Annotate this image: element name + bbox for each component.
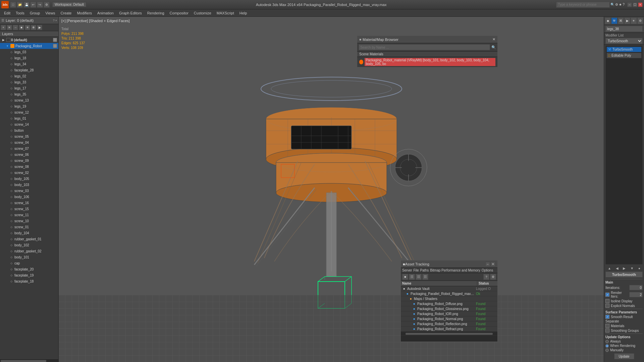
- layer-item[interactable]: ◇screw_07: [0, 145, 58, 152]
- mat-item[interactable]: Packaging_Robot_material (VRayMtl) [body…: [357, 57, 497, 67]
- object-name-input[interactable]: [605, 26, 643, 32]
- at-row[interactable]: ■ Packaging_Robot_Reflection.png Found: [401, 321, 497, 326]
- ts-render-iters-input[interactable]: [629, 292, 643, 297]
- layer-item[interactable]: ◇screw_15: [0, 206, 58, 212]
- ts-iterations-input[interactable]: [629, 285, 643, 290]
- display-tab[interactable]: ☀: [631, 17, 637, 24]
- modifier-dropdown[interactable]: TurboSmooth Editable Poly: [605, 38, 643, 44]
- layer-item[interactable]: ◇legs_01: [0, 115, 58, 121]
- ts-materials-checkbox[interactable]: [605, 324, 609, 328]
- layer-check[interactable]: [53, 44, 57, 48]
- ts-render-iters-checkbox[interactable]: [605, 293, 609, 297]
- mat-browser-close[interactable]: ✕: [492, 37, 495, 42]
- layer-item[interactable]: ▼ Packaging_Robot: [0, 43, 58, 49]
- at-row[interactable]: ■ Packaging_Robot_Refract.png Found: [401, 326, 497, 331]
- layer-item[interactable]: ◇button: [0, 127, 58, 133]
- at-menu-paths[interactable]: Paths: [420, 268, 429, 272]
- ts-nav-left[interactable]: ◀: [616, 266, 619, 270]
- at-toolbar-4[interactable]: ☷: [422, 274, 428, 280]
- asset-tracking-minimize[interactable]: –: [485, 262, 490, 266]
- layer-item[interactable]: ◇screw_06: [0, 152, 58, 158]
- layer-item[interactable]: ◇screw_11: [0, 212, 58, 218]
- ts-isoline-checkbox[interactable]: [605, 299, 609, 303]
- layer-item[interactable]: ◇screw_09: [0, 158, 58, 164]
- layer-scrollbar[interactable]: [0, 359, 58, 362]
- modifier-editable-poly[interactable]: □ Editable Poly: [606, 53, 642, 58]
- toolbar-settings[interactable]: ⚙: [44, 2, 50, 8]
- search-settings-icon[interactable]: ⚙: [615, 3, 618, 6]
- at-menu-file[interactable]: File: [413, 268, 419, 272]
- at-toolbar-3[interactable]: ☷: [416, 274, 422, 280]
- close-button[interactable]: ✕: [638, 2, 643, 7]
- layer-toolbar-add[interactable]: →: [13, 25, 18, 30]
- layer-item[interactable]: ◇body_101: [0, 254, 58, 260]
- scroll-thumb[interactable]: [1, 360, 46, 362]
- mat-search-icon[interactable]: 🔍: [491, 45, 496, 50]
- layer-toolbar-create[interactable]: +: [1, 25, 6, 30]
- layer-help-button[interactable]: ?: [53, 19, 55, 22]
- at-row[interactable]: ■ Autodesk Vault Logged O: [401, 286, 497, 291]
- menu-customize[interactable]: Customize: [191, 9, 214, 16]
- at-row[interactable]: ■ Packaging_Robot_IOR.png Found: [401, 311, 497, 316]
- toolbar-open[interactable]: 📁: [17, 2, 23, 8]
- layer-item[interactable]: ◇screw_05: [0, 133, 58, 139]
- layer-item[interactable]: ◇screw_01: [0, 224, 58, 230]
- layer-item[interactable]: ◇screw_13: [0, 97, 58, 103]
- layer-item[interactable]: ◇faceplate_20: [0, 266, 58, 272]
- layer-item[interactable]: ◇legs_35: [0, 91, 58, 97]
- at-row[interactable]: ■ Maps / Shaders: [401, 296, 497, 301]
- at-row[interactable]: ■ Packaging_Robot_Normal.png Found: [401, 316, 497, 321]
- search-help-icon[interactable]: ?: [623, 3, 625, 6]
- menu-graph-editors[interactable]: Graph Editors: [116, 9, 145, 16]
- layer-item[interactable]: ◇cap: [0, 260, 58, 266]
- motion-tab[interactable]: ▶: [624, 17, 630, 24]
- workspace-dropdown[interactable]: Workspace: Default: [52, 2, 86, 7]
- menu-modifiers[interactable]: Modifiers: [74, 9, 95, 16]
- menu-maxscript[interactable]: MAXScript: [214, 9, 237, 16]
- layer-item[interactable]: ◇body_105: [0, 176, 58, 182]
- at-toolbar-help[interactable]: ?: [483, 274, 489, 280]
- layer-item[interactable]: ◇legs_17: [0, 85, 58, 91]
- layer-item[interactable]: ◇faceplate_28: [0, 67, 58, 73]
- at-menu-bitmap[interactable]: Bitmap Performance and Memory: [430, 268, 480, 272]
- toolbar-undo[interactable]: ↩: [30, 2, 36, 8]
- toolbar-new[interactable]: □: [10, 2, 16, 8]
- toolbar-save[interactable]: 💾: [23, 2, 30, 8]
- layer-item[interactable]: ◇legs_33: [0, 79, 58, 85]
- ts-explicit-normals-checkbox[interactable]: [605, 304, 609, 308]
- menu-create[interactable]: Create: [58, 9, 74, 16]
- search-input[interactable]: [556, 2, 610, 8]
- minimize-button[interactable]: –: [627, 2, 632, 7]
- at-text-input[interactable]: [401, 336, 497, 342]
- layer-item[interactable]: ▶ 0 (default): [0, 37, 58, 43]
- ts-nav-up[interactable]: ▲: [608, 266, 611, 270]
- at-row[interactable]: ■ Packaging_Robot_Glossiness.png Found: [401, 306, 497, 311]
- layer-toolbar-freeze[interactable]: ❄: [31, 25, 36, 30]
- viewport[interactable]: [+] [Perspective] [Shaded + Edged Faces]…: [59, 17, 604, 362]
- layer-visibility-icon[interactable]: [6, 38, 10, 42]
- menu-group[interactable]: Group: [27, 9, 43, 16]
- layer-item[interactable]: ◇rubber_gasket_02: [0, 248, 58, 254]
- menu-rendering[interactable]: Rendering: [145, 9, 167, 16]
- utilities-tab[interactable]: ⚙: [637, 17, 643, 24]
- layer-item[interactable]: ◇legs_19: [0, 103, 58, 109]
- layer-toolbar-select[interactable]: ■: [19, 25, 24, 30]
- layer-item[interactable]: ◇body_102: [0, 242, 58, 248]
- menu-animation[interactable]: Animation: [95, 9, 116, 16]
- ts-pin-icon[interactable]: ●: [638, 266, 640, 270]
- at-scrollbar-h[interactable]: [401, 331, 497, 336]
- mat-search-input[interactable]: [359, 44, 490, 50]
- layer-item[interactable]: ◇legs_34: [0, 61, 58, 67]
- layer-item[interactable]: ◇screw_14: [0, 121, 58, 127]
- at-toolbar-settings[interactable]: ⚙: [490, 274, 496, 280]
- maximize-button[interactable]: ☐: [633, 2, 637, 7]
- layer-item[interactable]: ◇body_106: [0, 194, 58, 200]
- ts-update-button[interactable]: Update: [614, 353, 634, 359]
- layer-item[interactable]: ◇screw_10: [0, 218, 58, 224]
- layer-item[interactable]: ◇legs_18: [0, 55, 58, 61]
- ts-manually-radio[interactable]: [605, 349, 609, 352]
- asset-tracking-close[interactable]: ✕: [491, 262, 495, 266]
- at-toolbar-2[interactable]: ☷: [409, 274, 415, 280]
- ts-nav-down[interactable]: ▼: [630, 266, 634, 270]
- layer-item[interactable]: ◇screw_12: [0, 109, 58, 115]
